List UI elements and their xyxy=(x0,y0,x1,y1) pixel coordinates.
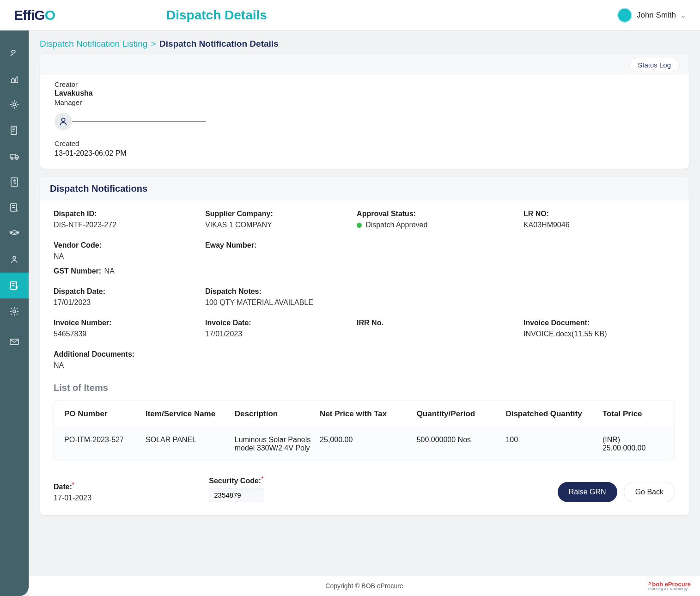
creator-role: Manager xyxy=(55,98,674,106)
th-qty: Quantity/Period xyxy=(417,409,506,419)
items-table-header: PO Number Item/Service Name Description … xyxy=(54,401,675,427)
nav-item-4[interactable] xyxy=(0,117,29,143)
invoice-number-label: Invoice Number: xyxy=(54,319,205,327)
field-additional-docs: Additional Documents: NA xyxy=(54,350,675,370)
required-asterisk: * xyxy=(72,481,74,488)
logo-text-c: O xyxy=(45,7,55,23)
td-po-link[interactable]: PO-ITM-2023-527 xyxy=(64,436,146,452)
workflow-datetime: 13-01-2023-06:02 PM xyxy=(55,149,674,158)
field-vendor: Vendor Code: NA xyxy=(54,241,205,261)
nav-item-7[interactable] xyxy=(0,195,29,221)
dispatch-card: Dispatch Notifications Dispatch ID: DIS-… xyxy=(40,177,689,515)
copyright-text: Copyright © BOB eProcure xyxy=(325,582,403,590)
irr-label: IRR No. xyxy=(357,319,523,327)
table-row: PO-ITM-2023-527 SOLAR PANEL Luminous Sol… xyxy=(54,427,675,461)
field-gst: GST Number: NA xyxy=(54,267,675,275)
th-desc: Description xyxy=(235,409,320,419)
avatar-icon xyxy=(617,8,632,23)
svg-point-3 xyxy=(11,158,13,159)
invoice-doc-link[interactable]: INVOICE.docx(11.55 KB) xyxy=(523,330,675,338)
approval-text: Dispatch Approved xyxy=(365,221,427,229)
th-dispatched: Dispatched Quantity xyxy=(505,409,603,419)
supplier-value: VIKAS 1 COMPANY xyxy=(205,221,357,229)
creator-body: Creator Lavakusha Manager Created 13-01-… xyxy=(40,75,689,169)
gst-value: NA xyxy=(104,267,115,275)
user-menu[interactable]: John Smith ⌄ xyxy=(617,8,686,23)
creator-card-head: Status Log xyxy=(40,55,689,75)
form-date-label: Date:* xyxy=(54,481,209,491)
field-lr: LR NO: KA03HM9046 xyxy=(523,210,675,229)
field-supplier: Supplier Company: VIKAS 1 COMPANY xyxy=(205,210,357,229)
td-item: SOLAR PANEL xyxy=(146,436,235,452)
nav-item-8[interactable] xyxy=(0,221,29,247)
td-dispatched: 100 xyxy=(505,436,603,452)
form-security-label: Security Code:* xyxy=(209,475,364,485)
lr-value: KA03HM9046 xyxy=(523,221,675,229)
left-sidebar xyxy=(0,30,29,596)
invoice-doc-label: Invoice Document: xyxy=(523,319,675,327)
nav-item-10-active[interactable] xyxy=(0,273,29,298)
vendor-label: Vendor Code: xyxy=(54,241,205,249)
form-row: Date:* 17-01-2023 Security Code:* Raise … xyxy=(54,475,675,502)
nav-item-3[interactable] xyxy=(0,91,29,117)
status-green-dot-icon xyxy=(357,223,362,228)
main-content: Dispatch Notification Listing > Dispatch… xyxy=(29,30,700,596)
dispatch-notes-value: 100 QTY MATERIAL AVAILABLE xyxy=(205,298,675,307)
th-net: Net Price with Tax xyxy=(320,409,417,419)
invoice-date-label: Invoice Date: xyxy=(205,319,357,327)
svg-point-11 xyxy=(61,118,65,122)
breadcrumb: Dispatch Notification Listing > Dispatch… xyxy=(40,30,689,55)
top-header: EffiGO Dispatch Details John Smith ⌄ xyxy=(0,0,700,30)
svg-point-9 xyxy=(13,310,16,313)
page-title: Dispatch Details xyxy=(166,8,267,23)
security-code-input[interactable] xyxy=(209,488,264,502)
nav-item-5[interactable] xyxy=(0,143,29,169)
nav-item-11[interactable] xyxy=(0,298,29,324)
dispatch-body: Dispatch ID: DIS-NTF-2023-272 Supplier C… xyxy=(40,201,689,515)
td-net: 25,000.00 xyxy=(320,436,417,452)
field-invoice-date: Invoice Date: 17/01/2023 xyxy=(205,319,357,338)
vendor-value: NA xyxy=(54,252,205,261)
form-date-label-text: Date: xyxy=(54,483,72,491)
supplier-label: Supplier Company: xyxy=(205,210,357,218)
field-dispatch-date: Dispatch Date: 17/01/2023 xyxy=(54,287,205,307)
field-dispatch-id: Dispatch ID: DIS-NTF-2023-272 xyxy=(54,210,205,229)
lr-label: LR NO: xyxy=(523,210,675,218)
breadcrumb-parent-link[interactable]: Dispatch Notification Listing xyxy=(40,39,147,49)
td-qty: 500.000000 Nos xyxy=(417,436,506,452)
workflow-status-label: Created xyxy=(55,140,674,147)
svg-rect-1 xyxy=(11,126,17,134)
td-total: (INR) 25,00,000.00 xyxy=(603,436,664,452)
dispatch-date-value: 17/01/2023 xyxy=(54,298,205,307)
nav-item-9[interactable] xyxy=(0,247,29,273)
field-invoice-doc: Invoice Document: INVOICE.docx(11.55 KB) xyxy=(523,319,675,338)
items-table: PO Number Item/Service Name Description … xyxy=(54,401,675,461)
dispatch-notes-label: Dispatch Notes: xyxy=(205,287,675,296)
nav-item-6[interactable] xyxy=(0,169,29,195)
status-log-button[interactable]: Status Log xyxy=(629,58,680,72)
nav-item-mail[interactable] xyxy=(0,329,29,355)
breadcrumb-separator: > xyxy=(150,39,157,49)
go-back-button[interactable]: Go Back xyxy=(624,482,675,502)
nav-item-2[interactable] xyxy=(0,66,29,91)
workflow-progress xyxy=(55,113,674,130)
creator-name: Lavakusha xyxy=(55,89,674,97)
raise-grn-button[interactable]: Raise GRN xyxy=(558,482,617,502)
creator-card: Status Log Creator Lavakusha Manager Cre… xyxy=(40,55,689,169)
dispatch-grid: Dispatch ID: DIS-NTF-2023-272 Supplier C… xyxy=(54,210,675,370)
dispatch-date-label: Dispatch Date: xyxy=(54,287,205,296)
form-security-label-text: Security Code: xyxy=(209,477,261,485)
th-item: Item/Service Name xyxy=(146,409,235,419)
chevron-down-icon: ⌄ xyxy=(681,12,686,19)
nav-item-1[interactable] xyxy=(0,40,29,66)
svg-point-4 xyxy=(16,158,18,159)
additional-docs-label: Additional Documents: xyxy=(54,350,675,359)
field-approval: Approval Status: Dispatch Approved xyxy=(357,210,523,229)
required-asterisk: * xyxy=(261,475,263,482)
invoice-number-value: 54657839 xyxy=(54,330,205,338)
eway-label: Eway Number: xyxy=(205,241,357,249)
approval-label: Approval Status: xyxy=(357,210,523,218)
th-total: Total Price xyxy=(603,409,664,419)
footer-brand: ᵇ bob eProcure sourcing as a strategy xyxy=(648,581,691,591)
workflow-step-icon xyxy=(55,113,72,130)
